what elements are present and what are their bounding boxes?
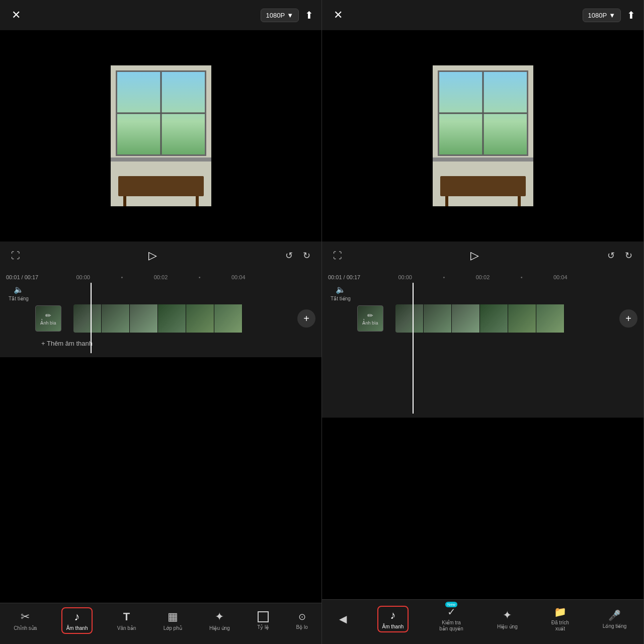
close-button-right[interactable]: ✕ xyxy=(330,7,346,23)
close-button-left[interactable]: ✕ xyxy=(8,7,24,23)
thumb-cell xyxy=(508,304,536,333)
tool-overlay-left[interactable]: ▦ Lớp phủ xyxy=(160,608,185,633)
ruler-mark-1-left: 00:02 xyxy=(123,274,198,280)
tool-audio-right[interactable]: ♪ Âm thanh xyxy=(377,606,409,632)
resolution-button-right[interactable]: 1080P ▼ xyxy=(583,9,621,22)
fullscreen-button-left[interactable]: ⛶ xyxy=(8,248,23,264)
toolbar-items-right: ◀ ♪ Âm thanh New ✓ Kiểm trabản quyền ✦ H… xyxy=(322,604,643,634)
tool-text-left[interactable]: T Văn bản xyxy=(114,608,139,633)
time-display-left: 00:01 / 00:17 xyxy=(6,274,38,280)
time-display-right: 00:01 / 00:17 xyxy=(328,274,360,280)
bottom-toolbar-left: ✂ Chỉnh sửa ♪ Âm thanh T Văn bản ▦ Lớp p… xyxy=(0,603,321,644)
controls-row-left: ⛶ ▷ ↺ ↻ xyxy=(0,242,321,270)
mute-track-left: 🔈 Tắt tiếng xyxy=(6,285,315,301)
toolbar-items-left: ✂ Chỉnh sửa ♪ Âm thanh T Văn bản ▦ Lớp p… xyxy=(0,607,321,634)
play-button-left[interactable]: ▷ xyxy=(148,249,157,262)
top-bar-right: ✕ 1080P ▼ ⬆ xyxy=(322,0,643,30)
thumb-cell xyxy=(424,304,452,333)
timeline-tracks-left: 🔈 Tắt tiếng ✏ Ảnh bìa xyxy=(0,283,321,353)
ruler-mark-1-right: 00:02 xyxy=(445,274,520,280)
video-preview-left xyxy=(0,30,321,242)
upload-button-left[interactable]: ⬆ xyxy=(305,9,313,21)
thumb-cell xyxy=(102,304,130,333)
tool-audio-left[interactable]: ♪ Âm thanh xyxy=(61,607,93,634)
tool-back-right[interactable]: ◀ xyxy=(336,611,350,627)
thumb-cell xyxy=(130,304,158,333)
thumb-cell xyxy=(536,304,565,333)
bottom-toolbar-right: ◀ ♪ Âm thanh New ✓ Kiểm trabản quyền ✦ H… xyxy=(322,599,643,644)
playhead-right xyxy=(413,283,414,414)
tool-voiceover-right[interactable]: 🎤 Lồng tiếng xyxy=(600,607,630,631)
upload-button-right[interactable]: ⬆ xyxy=(627,9,635,21)
panel-right: ✕ 1080P ▼ ⬆ ⛶ xyxy=(322,0,644,644)
new-badge-right: New xyxy=(445,602,457,607)
thumb-cell xyxy=(73,304,102,333)
window-scene-right xyxy=(433,65,533,206)
top-right-controls-right: 1080P ▼ ⬆ xyxy=(583,9,635,22)
mute-track-icon-left: 🔈 Tắt tiếng xyxy=(6,285,31,301)
undo-redo-right: ↺ ↻ xyxy=(604,247,635,264)
top-bar-left: ✕ 1080P ▼ ⬆ xyxy=(0,0,321,30)
mute-track-icon-right: 🔈 Tắt tiếng xyxy=(328,285,353,301)
ruler-mark-0-left: 00:00 xyxy=(45,274,121,280)
cover-thumb-right[interactable]: ✏ Ảnh bìa xyxy=(357,305,383,332)
thumbnail-strip-right[interactable] xyxy=(395,304,611,333)
tool-extracted-right[interactable]: 📁 Đã tríchxuất xyxy=(548,604,572,634)
timeline-area-right: 00:01 / 00:17 00:00 • 00:02 • 00:04 🔈 Tắ… xyxy=(322,270,643,418)
undo-button-right[interactable]: ↺ xyxy=(604,247,618,264)
thumb-cell xyxy=(214,304,243,333)
video-preview-right xyxy=(322,30,643,242)
cover-thumb-left[interactable]: ✏ Ảnh bìa xyxy=(35,305,61,332)
ruler-mark-2-right: 00:04 xyxy=(523,274,598,280)
add-clip-button-left[interactable]: + xyxy=(297,309,315,328)
tool-effects-left[interactable]: ✦ Hiệu ứng xyxy=(206,608,233,633)
thumb-cell xyxy=(158,304,186,333)
thumbnail-strip-left[interactable] xyxy=(73,304,289,333)
top-right-controls-left: 1080P ▼ ⬆ xyxy=(261,9,313,22)
extra-space-left xyxy=(0,357,321,603)
thumb-cell xyxy=(186,304,214,333)
video-thumbnail-left xyxy=(111,65,211,206)
tool-copyright-right[interactable]: New ✓ Kiểm trabản quyền xyxy=(436,604,466,634)
thumb-cell xyxy=(452,304,480,333)
ruler-mark-0-right: 00:00 xyxy=(367,274,443,280)
add-clip-button-right[interactable]: + xyxy=(619,309,637,328)
undo-redo-left: ↺ ↻ xyxy=(282,247,313,264)
resolution-button-left[interactable]: 1080P ▼ xyxy=(261,9,299,22)
play-button-right[interactable]: ▷ xyxy=(470,249,479,262)
video-track-left: ✏ Ảnh bìa + xyxy=(6,304,315,333)
window-frame-right xyxy=(438,70,528,156)
thumb-cell xyxy=(480,304,508,333)
fullscreen-button-right[interactable]: ⛶ xyxy=(330,248,345,264)
ruler-mark-2-left: 00:04 xyxy=(201,274,276,280)
redo-button-left[interactable]: ↻ xyxy=(300,247,313,264)
redo-button-right[interactable]: ↻ xyxy=(622,247,635,264)
timeline-tracks-right: 🔈 Tắt tiếng ✏ Ảnh bìa xyxy=(322,283,643,414)
undo-button-left[interactable]: ↺ xyxy=(282,247,296,264)
thumb-cell xyxy=(395,304,424,333)
video-thumbnail-right xyxy=(433,65,533,206)
panel-left: ✕ 1080P ▼ ⬆ ⛶ xyxy=(0,0,322,644)
timeline-area-left: 00:01 / 00:17 00:00 • 00:02 • 00:04 🔈 Tắ… xyxy=(0,270,321,357)
add-audio-button-left[interactable]: + Thêm âm thanh xyxy=(35,336,315,351)
window-frame-left xyxy=(116,70,206,156)
playhead-left xyxy=(91,283,92,353)
controls-row-right: ⛶ ▷ ↺ ↻ xyxy=(322,242,643,270)
window-scene-left xyxy=(111,65,211,206)
video-track-right: ✏ Ảnh bìa + xyxy=(328,304,637,333)
mute-track-right: 🔈 Tắt tiếng xyxy=(328,285,637,301)
tool-bolo-left[interactable]: ⊙ Bộ lo xyxy=(293,609,311,632)
tool-effects-right[interactable]: ✦ Hiệu ứng xyxy=(494,607,521,631)
tool-edit-left[interactable]: ✂ Chỉnh sửa xyxy=(11,608,40,633)
tool-ratio-left[interactable]: Tỷ lệ xyxy=(254,609,272,632)
extra-space-right xyxy=(322,418,643,599)
